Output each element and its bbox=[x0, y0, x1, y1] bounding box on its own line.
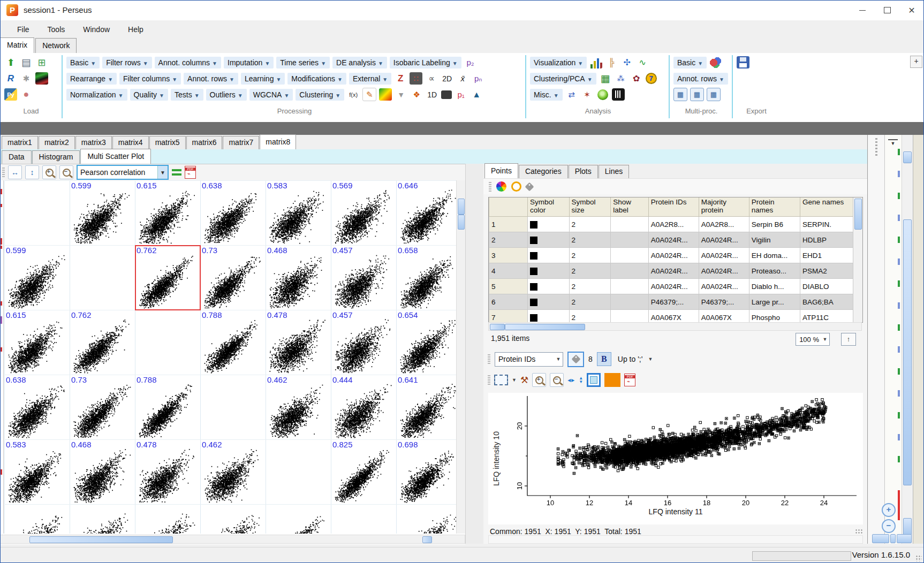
tools-icon[interactable]: ⚒ bbox=[520, 375, 528, 386]
scroll-thumb[interactable] bbox=[458, 215, 465, 230]
dot-matrix-icon[interactable]: ∷ bbox=[410, 72, 422, 85]
ribbon-button-rearrange[interactable]: Rearrange▼ bbox=[66, 73, 117, 85]
venn-icon[interactable] bbox=[709, 56, 722, 69]
scroll-thumb[interactable] bbox=[903, 219, 912, 485]
view-tab-multi-scatter-plot[interactable]: Multi Scatter Plot bbox=[80, 149, 151, 164]
table-row[interactable]: 62P46379;...P46379;...Large pr...BAG6;BA bbox=[489, 294, 862, 310]
network-icon[interactable]: ⁂ bbox=[615, 72, 627, 85]
color-swatch[interactable] bbox=[530, 237, 537, 244]
matrix-tab-matrix8[interactable]: matrix8 bbox=[260, 134, 296, 149]
workspace-tab-network[interactable]: Network bbox=[35, 38, 77, 53]
matrix-tab-matrix3[interactable]: matrix3 bbox=[75, 136, 112, 149]
propto-icon[interactable]: ∝ bbox=[425, 72, 438, 85]
dark-blob-icon[interactable] bbox=[441, 90, 452, 99]
matrix-vertical-scrollbar[interactable] bbox=[456, 180, 465, 534]
points-tab-points[interactable]: Points bbox=[484, 163, 518, 178]
chevron-down-icon[interactable]: ▼ bbox=[157, 166, 168, 179]
matrix-tab-matrix6[interactable]: matrix6 bbox=[186, 136, 223, 149]
green-grid-icon[interactable]: ▦ bbox=[599, 72, 612, 85]
ribbon-button-annot-rows[interactable]: Annot. rows▼ bbox=[184, 73, 238, 85]
sphere-icon[interactable] bbox=[597, 89, 608, 100]
view-tab-histogram[interactable]: Histogram bbox=[32, 150, 80, 164]
ribbon-button-misc[interactable]: Misc.▼ bbox=[530, 89, 563, 101]
funnel-icon[interactable]: ▼ bbox=[395, 88, 407, 101]
table-icon[interactable]: ▦ bbox=[707, 88, 721, 101]
1d-icon[interactable]: 1D bbox=[426, 88, 438, 101]
crosslines-icon[interactable]: ✶ bbox=[581, 88, 594, 101]
view-tab-data[interactable]: Data bbox=[2, 150, 32, 164]
toolbar-grip[interactable] bbox=[488, 354, 490, 364]
ribbon-button-clustering[interactable]: Clustering▼ bbox=[296, 89, 344, 101]
table-row[interactable]: 42A0A024R...A0A024R...Proteaso...PSMA2 bbox=[489, 263, 862, 279]
scatter-plot-area[interactable]: LFQ intensity 10 LFQ intensity 11 bbox=[488, 393, 863, 524]
scroll-thumb[interactable] bbox=[903, 151, 912, 163]
pencil-icon[interactable]: ✎ bbox=[362, 88, 376, 101]
table-row[interactable]: 22A0A024R...A0A024R...VigilinHDLBP bbox=[489, 232, 862, 248]
column-header-show-label[interactable]: Show label bbox=[611, 197, 648, 217]
export-pdf-icon[interactable] bbox=[624, 374, 635, 386]
scroll-thumb[interactable] bbox=[854, 199, 862, 230]
scatter-plot-canvas[interactable] bbox=[503, 393, 861, 506]
matrix-horizontal-scrollbar[interactable] bbox=[0, 535, 465, 544]
ribbon-button-annot-columns[interactable]: Annot. columns▼ bbox=[155, 57, 221, 69]
workspace-tab-matrix[interactable]: Matrix bbox=[0, 37, 34, 53]
ribbon-button-filter-rows[interactable]: Filter rows▼ bbox=[102, 57, 152, 69]
ribbon-button-filter-columns[interactable]: Filter columns▼ bbox=[119, 73, 181, 85]
minimize-button[interactable] bbox=[850, 0, 875, 20]
menu-tools[interactable]: Tools bbox=[40, 23, 73, 36]
violin-icon[interactable]: ✣ bbox=[620, 56, 633, 69]
hand-icon[interactable] bbox=[612, 88, 625, 101]
table-zoom-select[interactable]: 100 % ▼ bbox=[796, 333, 830, 346]
scroll-split-handle[interactable] bbox=[890, 534, 896, 543]
ribbon-button-basic[interactable]: Basic▼ bbox=[673, 57, 707, 69]
table-horizontal-scrollbar[interactable] bbox=[488, 322, 862, 331]
panel-grip[interactable] bbox=[875, 138, 877, 156]
p2-icon[interactable]: p₂ bbox=[464, 56, 477, 69]
pn-icon[interactable]: pₙ bbox=[472, 72, 484, 85]
column-header-symbol-size[interactable]: Symbol size bbox=[569, 197, 611, 217]
scroll-thumb[interactable] bbox=[505, 324, 585, 330]
panel-splitter[interactable] bbox=[465, 164, 484, 544]
matrix-tab-matrix2[interactable]: matrix2 bbox=[39, 136, 75, 149]
blob-icon[interactable]: ● bbox=[20, 88, 33, 101]
tag-icon[interactable] bbox=[525, 182, 534, 191]
menu-help[interactable]: Help bbox=[120, 23, 151, 36]
color-wheel-icon[interactable] bbox=[496, 181, 506, 192]
color-swatch[interactable] bbox=[530, 299, 537, 306]
ribbon-button-clustering-pca[interactable]: Clustering/PCA▼ bbox=[530, 73, 596, 85]
color-swatch[interactable] bbox=[530, 221, 537, 229]
scroll-top-button[interactable]: ↑ bbox=[841, 333, 856, 346]
fit-width-button[interactable]: ↔ bbox=[8, 165, 22, 179]
chevron-down-icon[interactable]: ▼ bbox=[888, 139, 898, 148]
ribbon-button-isobaric-labeling[interactable]: Isobaric Labeling▼ bbox=[390, 57, 461, 69]
heatmap-file-icon[interactable] bbox=[35, 72, 48, 85]
ribbon-button-learning[interactable]: Learning▼ bbox=[241, 73, 285, 85]
ribbon-button-outliers[interactable]: Outliers▼ bbox=[206, 89, 247, 101]
column-header-majority-protein[interactable]: Majority protein bbox=[699, 197, 749, 217]
correlation-type-combo[interactable]: Pearson correlation ▼ bbox=[77, 165, 169, 180]
table-row[interactable]: 32A0A024R...A0A024R...EH doma...EHD1 bbox=[489, 248, 862, 263]
toolbar-grip[interactable] bbox=[2, 168, 5, 177]
menu-file[interactable]: File bbox=[10, 23, 37, 36]
heatmap-icon[interactable] bbox=[379, 88, 392, 101]
collapsed-panel[interactable] bbox=[868, 135, 885, 544]
column-header-row-number[interactable] bbox=[489, 197, 528, 217]
resize-grip-icon[interactable] bbox=[855, 529, 862, 534]
zoom-out-button[interactable]: − bbox=[59, 165, 73, 179]
p1-icon[interactable]: p₁ bbox=[455, 88, 467, 101]
matrix-tab-matrix4[interactable]: matrix4 bbox=[112, 136, 149, 149]
matrix-tab-matrix7[interactable]: matrix7 bbox=[223, 136, 259, 149]
raw-file-icon[interactable]: ✱ bbox=[20, 72, 33, 85]
select-rectangle-tool[interactable] bbox=[494, 375, 508, 385]
overview-scrollbar[interactable] bbox=[902, 135, 913, 544]
zoom-in-circle-button[interactable]: + bbox=[882, 503, 896, 517]
z-score-icon[interactable]: Z bbox=[394, 72, 407, 85]
flower-icon[interactable]: ✿ bbox=[630, 72, 643, 85]
barchart-icon[interactable] bbox=[589, 56, 602, 69]
table-row[interactable]: 52A0A024R...A0A024R...Diablo h...DIABLO bbox=[489, 279, 862, 294]
scroll-thumb[interactable] bbox=[490, 324, 505, 330]
pan-vertical-icon[interactable]: ▲▼ bbox=[579, 376, 583, 384]
ribbon-button-tests[interactable]: Tests▼ bbox=[171, 89, 203, 101]
mini-scrollbar[interactable] bbox=[872, 534, 912, 543]
ribbon-button-basic[interactable]: Basic▼ bbox=[66, 57, 100, 69]
